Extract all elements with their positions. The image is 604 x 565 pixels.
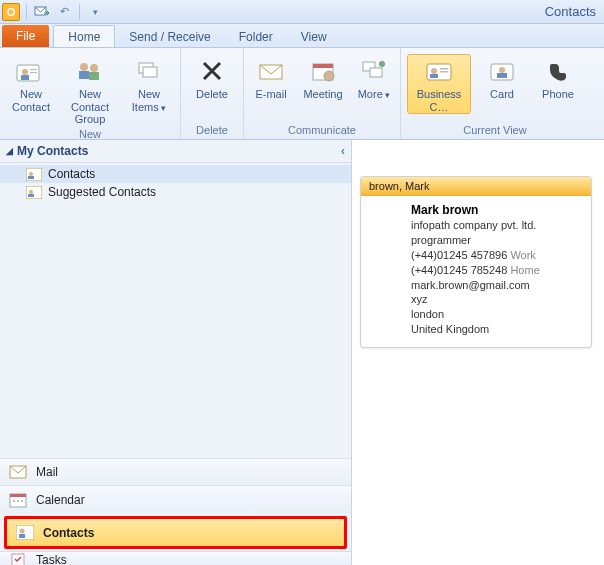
svg-rect-32 xyxy=(28,194,34,197)
svg-rect-21 xyxy=(430,74,438,78)
tab-file[interactable]: File xyxy=(2,25,49,47)
tab-folder[interactable]: Folder xyxy=(225,26,287,47)
card-country: United Kingdom xyxy=(411,322,583,337)
new-items-icon xyxy=(133,55,165,87)
card-addr1: xyz xyxy=(411,292,583,307)
svg-rect-7 xyxy=(79,71,89,79)
nav-contacts-label: Contacts xyxy=(43,526,94,540)
expand-collapse-icon[interactable]: ◢ xyxy=(6,146,13,156)
svg-point-28 xyxy=(29,172,33,176)
people-group-icon xyxy=(74,55,106,87)
card-label: Card xyxy=(490,88,514,101)
delete-x-icon xyxy=(196,55,228,87)
divider xyxy=(26,4,27,20)
svg-rect-4 xyxy=(30,69,37,70)
calendar-icon xyxy=(8,492,28,508)
collapse-pane-icon[interactable]: ‹ xyxy=(341,144,345,158)
card-name: Mark brown xyxy=(411,202,583,218)
business-card-icon xyxy=(423,55,455,87)
mail-icon xyxy=(8,465,28,479)
more-button[interactable]: More xyxy=(354,54,394,102)
tree-item-label: Suggested Contacts xyxy=(48,185,156,199)
person-card-icon xyxy=(15,55,47,87)
svg-rect-22 xyxy=(440,68,448,70)
ribbon-group-communicate: E-mail Meeting More Communicate xyxy=(244,48,401,139)
group-label-current-view: Current View xyxy=(463,123,526,139)
card-phone-home: (+44)01245 785248 Home xyxy=(411,263,583,278)
new-items-label: New Items xyxy=(125,88,173,113)
svg-rect-37 xyxy=(17,500,19,502)
phone-label: Phone xyxy=(542,88,574,101)
svg-rect-9 xyxy=(89,72,99,80)
new-items-button[interactable]: New Items xyxy=(124,54,174,114)
contacts-tree: Contacts Suggested Contacts xyxy=(0,163,351,203)
meeting-button[interactable]: Meeting xyxy=(298,54,348,102)
group-label-delete: Delete xyxy=(196,123,228,139)
new-contact-button[interactable]: New Contact xyxy=(6,54,56,114)
business-card-label: Business C… xyxy=(408,88,470,113)
nav-calendar[interactable]: Calendar xyxy=(0,485,351,514)
nav-tasks[interactable]: Tasks xyxy=(0,551,351,565)
card-view-button[interactable]: Card xyxy=(477,54,527,102)
business-card-view-button[interactable]: Business C… xyxy=(407,54,471,114)
svg-rect-17 xyxy=(370,68,382,77)
nav-header-label: My Contacts xyxy=(17,144,88,158)
main-view: brown, Mark Mark brown infopath company … xyxy=(352,140,604,565)
undo-qat-icon[interactable]: ↶ xyxy=(55,3,73,21)
nav-mail[interactable]: Mail xyxy=(0,458,351,485)
tab-home[interactable]: Home xyxy=(53,25,115,47)
new-contact-group-label: New Contact Group xyxy=(63,88,117,126)
svg-rect-23 xyxy=(440,71,448,73)
email-label: E-mail xyxy=(255,88,286,101)
svg-point-15 xyxy=(324,71,334,81)
contacts-folder-icon xyxy=(26,185,42,199)
card-email: mark.brown@gmail.com xyxy=(411,278,583,293)
group-label-communicate: Communicate xyxy=(288,123,356,139)
outlook-app-icon: O xyxy=(2,3,20,21)
more-label: More xyxy=(358,88,391,101)
ribbon-group-delete: Delete Delete xyxy=(181,48,244,139)
nav-calendar-label: Calendar xyxy=(36,493,85,507)
nav-tasks-label: Tasks xyxy=(36,553,67,566)
new-contact-label: New Contact xyxy=(7,88,55,113)
svg-point-2 xyxy=(22,69,28,75)
qat-customize-icon[interactable]: ▾ xyxy=(86,3,104,21)
svg-rect-26 xyxy=(497,73,507,78)
calendar-meeting-icon xyxy=(307,55,339,87)
svg-point-40 xyxy=(20,529,25,534)
more-comm-icon xyxy=(358,55,390,87)
ribbon-group-new: New Contact New Contact Group New Items … xyxy=(0,48,181,139)
send-receive-qat-icon[interactable] xyxy=(33,3,51,21)
card-header: brown, Mark xyxy=(361,177,591,196)
nav-header[interactable]: ◢ My Contacts ‹ xyxy=(0,140,351,163)
phone-view-button[interactable]: Phone xyxy=(533,54,583,102)
tree-item-contacts[interactable]: Contacts xyxy=(0,165,351,183)
card-phone-work: (+44)01245 457896 Work xyxy=(411,248,583,263)
tree-item-suggested[interactable]: Suggested Contacts xyxy=(0,183,351,201)
contacts-icon xyxy=(15,525,35,540)
svg-rect-36 xyxy=(13,500,15,502)
delete-button[interactable]: Delete xyxy=(187,54,237,102)
tab-view[interactable]: View xyxy=(287,26,341,47)
nav-mail-label: Mail xyxy=(36,465,58,479)
svg-rect-35 xyxy=(10,494,26,497)
nav-contacts[interactable]: Contacts xyxy=(7,519,344,546)
svg-point-20 xyxy=(431,68,437,74)
meeting-label: Meeting xyxy=(303,88,342,101)
card-icon xyxy=(486,55,518,87)
highlight-annotation: Contacts xyxy=(4,516,347,549)
tab-send-receive[interactable]: Send / Receive xyxy=(115,26,224,47)
new-contact-group-button[interactable]: New Contact Group xyxy=(62,54,118,127)
svg-point-8 xyxy=(90,64,98,72)
ribbon-group-current-view: Business C… Card Phone Current View xyxy=(401,48,589,139)
ribbon-tabs: File Home Send / Receive Folder View xyxy=(0,24,604,48)
contacts-folder-icon xyxy=(26,167,42,181)
email-button[interactable]: E-mail xyxy=(250,54,292,102)
svg-rect-14 xyxy=(313,64,333,68)
window-title: Contacts xyxy=(545,4,602,19)
svg-rect-27 xyxy=(26,168,42,181)
business-card[interactable]: brown, Mark Mark brown infopath company … xyxy=(360,176,592,348)
delete-label: Delete xyxy=(196,88,228,101)
card-city: london xyxy=(411,307,583,322)
svg-point-18 xyxy=(379,61,385,67)
